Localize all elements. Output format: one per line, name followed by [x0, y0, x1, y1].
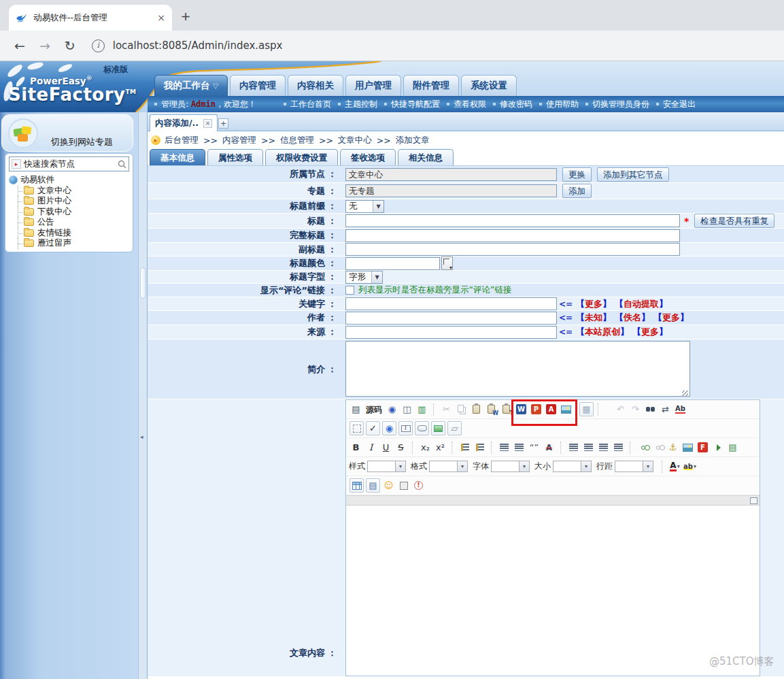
menu-quick-nav[interactable]: 快捷导航配置	[391, 99, 440, 110]
tab-attributes[interactable]: 属性选项	[207, 149, 263, 165]
tab-sign-options[interactable]: 签收选项	[340, 149, 396, 165]
source-code-button[interactable]: 源码	[364, 402, 384, 416]
workspace-tab[interactable]: 内容添加/.. ×	[150, 114, 218, 131]
new-tab-button[interactable]: +	[178, 10, 193, 24]
blockquote-icon[interactable]: “”	[527, 440, 541, 454]
nav-tab-attachments[interactable]: 附件管理	[403, 75, 459, 96]
menu-logout[interactable]: 安全退出	[663, 99, 696, 110]
unordered-list-icon[interactable]	[473, 440, 487, 454]
unlink-icon[interactable]	[651, 440, 665, 454]
media-icon[interactable]	[711, 440, 725, 454]
spellcheck-icon[interactable]: Ab	[673, 402, 687, 416]
title-font-select[interactable]: 字形▼	[345, 271, 383, 284]
cut-icon[interactable]: ✂	[439, 402, 454, 416]
resize-grip[interactable]	[682, 391, 688, 397]
search-input[interactable]: 快速搜索节点	[24, 159, 118, 170]
source-original-link[interactable]: 【本站原创】	[576, 326, 629, 338]
bold-icon[interactable]: B	[349, 440, 363, 454]
keywords-more-link[interactable]: 【更多】	[576, 298, 611, 310]
align-center-icon[interactable]	[581, 440, 596, 454]
author-input[interactable]	[345, 312, 557, 325]
strikethrough-icon[interactable]: S	[394, 440, 408, 454]
full-title-input[interactable]	[345, 229, 680, 242]
italic-icon[interactable]: I	[364, 440, 378, 454]
align-right-icon[interactable]	[596, 440, 611, 454]
highlight-color-icon[interactable]: ab▾	[683, 459, 697, 474]
title-prefix-select[interactable]: 无▼	[345, 200, 384, 213]
ordered-list-icon[interactable]	[458, 440, 472, 454]
maximize-icon[interactable]	[750, 497, 757, 504]
outdent-icon[interactable]	[497, 440, 511, 454]
paste-icon[interactable]	[469, 402, 483, 416]
tree-item[interactable]: 友情链接	[9, 228, 129, 239]
hidden-field-icon[interactable]: ▱	[447, 421, 462, 435]
menu-help[interactable]: 使用帮助	[546, 99, 579, 110]
replace-icon[interactable]: ⇄	[658, 402, 672, 416]
menu-theme-control[interactable]: 主题控制	[345, 99, 377, 110]
forward-icon[interactable]: →	[39, 38, 50, 53]
author-anonymous-link[interactable]: 【佚名】	[615, 312, 650, 324]
reload-icon[interactable]: ↻	[65, 38, 75, 53]
subscript-icon[interactable]: x₂	[418, 440, 432, 454]
size-select[interactable]: 大小▾	[534, 461, 592, 472]
style-select[interactable]: 样式▾	[349, 461, 406, 472]
breadcrumb-item[interactable]: 文章中心	[338, 135, 372, 146]
browser-tab[interactable]: 动易软件--后台管理 ×	[9, 5, 172, 31]
redo-icon[interactable]: ↷	[628, 402, 643, 416]
add-topic-button[interactable]: 添加	[562, 184, 592, 198]
menu-view-permissions[interactable]: 查看权限	[454, 99, 486, 110]
tree-item[interactable]: 图片中心	[9, 196, 129, 207]
author-unknown-link[interactable]: 【未知】	[576, 312, 611, 324]
preview-icon[interactable]: ◫	[400, 402, 414, 416]
insert-link-icon[interactable]	[636, 440, 650, 454]
page-break-icon[interactable]: ▤	[726, 440, 740, 454]
font-select[interactable]: 字体▾	[473, 461, 530, 472]
editor-content-area[interactable]	[346, 506, 760, 676]
find-icon[interactable]	[643, 402, 658, 416]
sidebar-splitter[interactable]: ◂	[138, 112, 148, 679]
tree-root[interactable]: 动易软件	[9, 175, 129, 186]
nav-tab-workbench[interactable]: 我的工作台 ▽	[154, 75, 228, 96]
breadcrumb-item[interactable]: 添加文章	[396, 135, 430, 146]
textfield-icon[interactable]: I	[398, 421, 413, 435]
insert-image-icon[interactable]	[681, 440, 695, 454]
change-node-button[interactable]: 更换	[562, 167, 592, 182]
collapse-sidebar-icon[interactable]: ◂	[140, 433, 143, 440]
line-height-select[interactable]: 行距▾	[596, 461, 653, 472]
table-grid-icon[interactable]: ▦	[579, 402, 594, 416]
add-to-other-node-button[interactable]: 添加到其它节点	[597, 167, 669, 182]
menu-switch-admin[interactable]: 切换管理员身份	[592, 99, 649, 110]
site-info-icon[interactable]: i	[92, 39, 105, 52]
copy-icon[interactable]	[454, 402, 468, 416]
splitter-handle[interactable]	[140, 267, 146, 299]
indent-icon[interactable]	[512, 440, 526, 454]
new-workspace-tab-icon[interactable]: +	[218, 118, 228, 129]
title-color-input[interactable]	[345, 257, 440, 270]
nav-tab-content[interactable]: 内容管理	[230, 75, 286, 96]
remove-format-icon[interactable]: A	[542, 440, 556, 454]
show-comment-checkbox[interactable]	[345, 286, 354, 295]
tree-item[interactable]: 公告	[9, 217, 129, 228]
tab-close-icon[interactable]: ×	[157, 12, 165, 23]
radio-icon[interactable]: ◉	[382, 421, 396, 435]
source-more-link[interactable]: 【更多】	[632, 326, 668, 338]
check-duplicate-button[interactable]: 检查是否具有重复	[694, 214, 774, 228]
page-properties-icon[interactable]	[396, 478, 411, 493]
keywords-input[interactable]	[345, 297, 557, 310]
breadcrumb-item[interactable]: 信息管理	[280, 135, 314, 146]
fieldset-icon[interactable]	[350, 421, 364, 435]
nav-tab-system[interactable]: 系统设置	[461, 75, 517, 96]
tab-permissions[interactable]: 权限收费设置	[265, 149, 338, 165]
anchor-icon[interactable]: ⚓	[666, 440, 680, 454]
document-structure-icon[interactable]: ▤	[349, 402, 363, 416]
undo-icon[interactable]: ↶	[613, 402, 628, 416]
back-icon[interactable]: ←	[14, 38, 25, 53]
template-icon[interactable]: ▥	[415, 402, 429, 416]
font-color-icon[interactable]: A▾	[668, 459, 682, 474]
superscript-icon[interactable]: x²	[433, 440, 447, 454]
about-icon[interactable]: !	[411, 478, 426, 493]
align-left-icon[interactable]	[566, 440, 581, 454]
keywords-auto-extract-link[interactable]: 【自动提取】	[615, 298, 668, 310]
subtitle-input[interactable]	[345, 243, 680, 256]
underline-icon[interactable]: U	[379, 440, 393, 454]
